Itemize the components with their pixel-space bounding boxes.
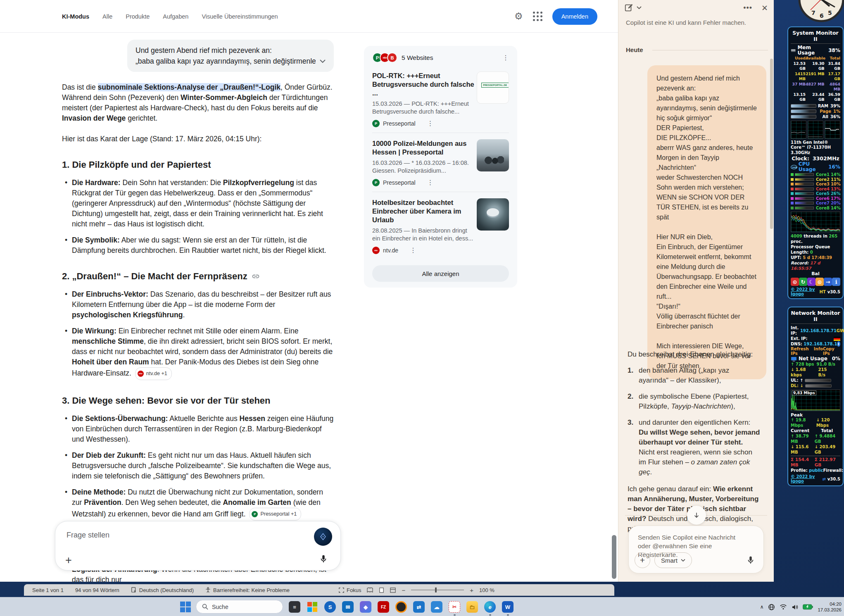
- website-thumbnail[interactable]: PRESSEPORTAL.DE: [477, 71, 509, 104]
- taskbar-app-word[interactable]: W: [502, 597, 514, 616]
- info-link[interactable]: Info: [814, 347, 823, 356]
- more-menu-icon[interactable]: ⋮: [427, 179, 434, 186]
- scroll-to-bottom-button[interactable]: [687, 506, 706, 525]
- network-globe-icon[interactable]: [768, 604, 775, 611]
- zoom-out-button[interactable]: −: [402, 587, 405, 594]
- taskbar-app-notepad[interactable]: ≡: [289, 597, 300, 616]
- copilot-scrollbar-thumb[interactable]: [770, 59, 773, 229]
- tray-expand-chevron[interactable]: ∧: [760, 604, 764, 610]
- source-badge-ntv[interactable]: ntvntv.de +1: [135, 367, 172, 380]
- website-thumbnail[interactable]: [477, 139, 509, 171]
- chevron-down-icon[interactable]: [637, 6, 642, 10]
- zoom-slider-thumb[interactable]: [435, 587, 437, 592]
- ai-mode-icon[interactable]: [314, 528, 332, 546]
- taskbar-app-file-explorer[interactable]: 🗀: [466, 597, 478, 616]
- speaker-icon[interactable]: [792, 604, 798, 610]
- tab-visuelle-uebereinstimmungen[interactable]: Visuelle Übereinstimmungen: [202, 13, 278, 20]
- tray-time: 04:20: [818, 601, 842, 607]
- website-thumbnail[interactable]: [477, 198, 509, 231]
- battery-icon[interactable]: [803, 604, 813, 610]
- word-count[interactable]: 94 von 94 Wörtern: [75, 587, 119, 593]
- website-snippet: 16.03.2026 — * 16.03.2026 – 16:08. Giess…: [372, 159, 475, 175]
- focus-mode-button[interactable]: Fokus: [339, 587, 361, 593]
- link-icon[interactable]: [252, 272, 260, 281]
- attach-plus-icon[interactable]: +: [65, 555, 72, 566]
- taskbar-app-designer[interactable]: ◆: [360, 597, 371, 616]
- zoom-slider[interactable]: [411, 590, 464, 590]
- bullet: Die Sektions-Überwachung: Aktuelle Beric…: [72, 414, 335, 445]
- ask-input-box[interactable]: Frage stellen +: [55, 521, 341, 571]
- copilot-mic-icon[interactable]: [746, 556, 755, 566]
- zoom-percent[interactable]: 100 %: [479, 587, 495, 593]
- taskbar-app-sync[interactable]: S: [324, 597, 336, 616]
- website-item[interactable]: POL-RTK: +++Erneut Betrugsversuche durch…: [372, 65, 509, 133]
- web-layout-icon[interactable]: [390, 587, 396, 593]
- zoom-in-button[interactable]: +: [470, 587, 473, 594]
- b-favicon: B: [387, 52, 397, 63]
- source-badge-presseportal[interactable]: PPresseportal +1: [249, 508, 301, 521]
- page-indicator[interactable]: Seite 1 von 1: [32, 587, 64, 593]
- settings-gear-icon[interactable]: ⚙: [514, 11, 523, 22]
- dns-target-icon[interactable]: [837, 341, 840, 347]
- hibernate-button[interactable]: ⊙: [815, 278, 824, 286]
- website-title[interactable]: 10000 Polizei-Meldungen aus Hessen | Pre…: [372, 139, 475, 157]
- shutdown-button[interactable]: ⊙: [791, 278, 799, 286]
- taskbar-app-microsoft-365[interactable]: [307, 597, 318, 616]
- website-title[interactable]: POL-RTK: +++Erneut Betrugsversuche durch…: [372, 71, 475, 98]
- bullet: Der Einbruchs-Vektor: Das Szenario, das …: [72, 289, 335, 320]
- copilot-mode-selector[interactable]: Smart: [654, 552, 692, 568]
- taskbar-app-edge[interactable]: e: [484, 597, 496, 616]
- network-monitor-widget: Network Monitor II Int. IP: 192.168.178.…: [787, 307, 844, 486]
- chevron-down-icon[interactable]: [320, 59, 326, 63]
- tab-aufgaben[interactable]: Aufgaben: [163, 13, 188, 20]
- tab-alle[interactable]: Alle: [102, 13, 112, 20]
- copilot-input-placeholder: Senden Sie Copilot eine Nachricht oder @…: [638, 533, 745, 559]
- restart-button[interactable]: ↻: [799, 278, 807, 286]
- close-icon[interactable]: ✕: [761, 3, 768, 13]
- taskbar-app-outlook[interactable]: ✉: [342, 597, 354, 616]
- wifi-icon[interactable]: [780, 604, 787, 610]
- taskbar-app-cloud[interactable]: ☁: [431, 597, 442, 616]
- copilot-more-icon[interactable]: •••: [743, 4, 752, 12]
- refresh-ips-link[interactable]: Refresh IPs: [791, 347, 814, 356]
- copilot-input-box[interactable]: Senden Sie Copilot eine Nachricht oder @…: [628, 526, 764, 573]
- response-list-item: 1. den banalen Alltag („kapı yaz ayarınd…: [628, 366, 760, 385]
- more-menu-icon[interactable]: ⋮: [502, 55, 509, 61]
- website-item[interactable]: Hotelbesitzer beobachtet Einbrecher über…: [372, 192, 509, 259]
- apps-grid-icon[interactable]: [533, 12, 542, 21]
- website-title[interactable]: Hotelbesitzer beobachtet Einbrecher über…: [372, 198, 475, 224]
- tab-produkte[interactable]: Produkte: [126, 13, 150, 20]
- read-mode-icon[interactable]: [367, 587, 373, 593]
- response-intro: Du beschreibst drei Ebenen gleichzeitig:: [628, 350, 760, 359]
- taskbar-search[interactable]: Suche: [196, 600, 283, 614]
- new-chat-icon[interactable]: [624, 3, 633, 12]
- accessibility-status[interactable]: Barrierefreiheit: Keine Probleme: [205, 587, 290, 593]
- copy-ips-link[interactable]: Copy IPs: [823, 347, 840, 356]
- more-menu-icon[interactable]: ⋮: [427, 120, 434, 127]
- tray-clock[interactable]: 04:20 17.03.2026: [818, 601, 842, 613]
- show-all-button[interactable]: Alle anzeigen: [372, 265, 509, 282]
- author-link[interactable]: © 2022 by Igogo: [791, 287, 818, 296]
- proofing-status[interactable]: Deutsch (Deutschland): [131, 587, 194, 593]
- mic-icon[interactable]: [319, 554, 328, 565]
- tab-ki-modus[interactable]: KI-Modus: [62, 13, 89, 20]
- taskbar-app-filezilla[interactable]: FZ: [378, 597, 389, 616]
- more-menu-icon[interactable]: ⋮: [410, 247, 416, 254]
- query-bubble[interactable]: Und gestern Abend rief mich pezevenk an:…: [127, 40, 334, 72]
- taskbar-app-snipping-tool[interactable]: ✂: [449, 597, 460, 616]
- print-layout-icon[interactable]: [379, 587, 384, 593]
- website-item[interactable]: 10000 Polizei-Meldungen aus Hessen | Pre…: [372, 133, 509, 192]
- taskbar-app-recorder[interactable]: [395, 597, 407, 616]
- refresh-icon[interactable]: ⇄: [822, 477, 825, 481]
- start-button[interactable]: [180, 602, 191, 612]
- copilot-plus-button[interactable]: +: [635, 552, 650, 568]
- sleep-button[interactable]: ☾: [807, 278, 815, 286]
- taskbar: Suche ≡ S ✉ ◆ FZ ⇄ ☁ ✂ 🗀 e W ∧ 04:20 17.: [0, 597, 844, 616]
- info-button[interactable]: ℹ: [832, 278, 840, 286]
- logoff-button[interactable]: →: [824, 278, 832, 286]
- taskbar-app-file-sync[interactable]: ⇄: [413, 597, 425, 616]
- cpu-history-graph: [791, 212, 840, 232]
- signin-button[interactable]: Anmelden: [552, 8, 597, 25]
- author-link[interactable]: © 2022 by Igogo: [791, 474, 820, 483]
- main-scrollbar-thumb[interactable]: [612, 535, 616, 579]
